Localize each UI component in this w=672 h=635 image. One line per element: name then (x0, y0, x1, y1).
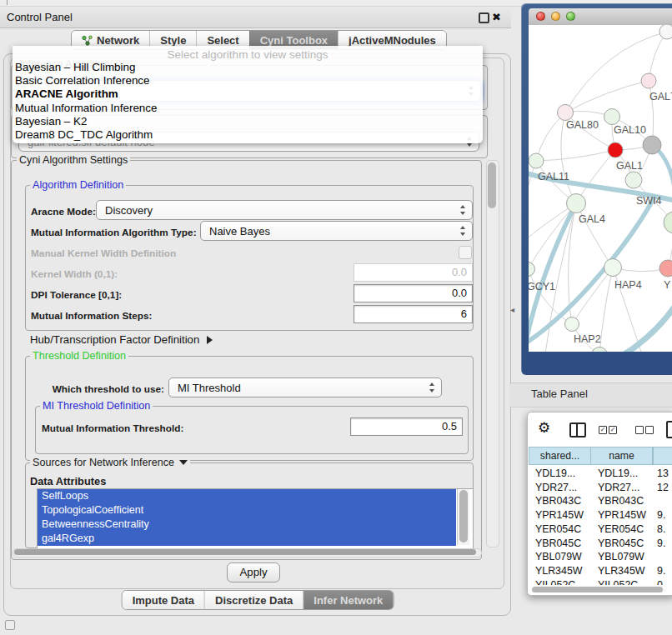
settings-horizontal-scrollbar[interactable] (13, 548, 482, 558)
network-node-hap2[interactable] (565, 318, 579, 332)
network-node-gal11[interactable] (529, 153, 544, 168)
network-node-y[interactable] (659, 260, 672, 277)
network-node-hap4[interactable] (604, 259, 622, 277)
tab-label: jActiveMNodules (349, 34, 436, 47)
network-node[interactable] (643, 136, 661, 154)
node-label: GAL10 (614, 124, 646, 136)
table-row[interactable]: YBR045CYBR045C9. (529, 537, 672, 551)
table-cell: 8. (657, 522, 665, 537)
table-row[interactable]: YBR043CYBR043C (529, 494, 672, 508)
sources-title[interactable]: Sources for Network Inference (30, 458, 190, 468)
top-divider-tick (7, 0, 8, 5)
close-traffic-light[interactable] (536, 12, 545, 21)
apply-button[interactable]: Apply (227, 562, 280, 582)
table-function-icon[interactable] (666, 421, 672, 438)
tab-label: Network (97, 34, 139, 47)
network-node-swi4[interactable] (625, 172, 642, 188)
attribute-item-topologicalcoefficient[interactable]: TopologicalCoefficient (38, 503, 456, 518)
network-node[interactable] (664, 212, 672, 233)
minimize-traffic-light[interactable] (551, 12, 560, 21)
attributes-scrollbar-thumb[interactable] (459, 490, 468, 542)
network-edge[interactable] (529, 161, 536, 217)
table-row[interactable]: YPR145WYPR145W9. (529, 508, 672, 522)
window-restore-icon[interactable] (5, 620, 15, 630)
table-cell: YER054C (598, 522, 644, 537)
column-header-partial[interactable] (653, 447, 672, 465)
data-attributes-list[interactable]: SelfLoopsTopologicalCoefficientBetweenne… (37, 488, 474, 549)
deselect-all-checkbox-icon[interactable] (635, 426, 644, 434)
node-label: HAP2 (574, 333, 601, 345)
table-horizontal-scrollbar[interactable] (531, 586, 667, 592)
aracne-mode-combo[interactable]: Discovery (96, 200, 473, 220)
network-edge-thick[interactable] (652, 145, 672, 222)
aracne-mode-value: Discovery (105, 201, 153, 220)
network-node-gal4[interactable] (567, 194, 586, 213)
dpi-tolerance-input[interactable]: 0.0 (354, 284, 473, 302)
which-threshold-combo[interactable]: MI Threshold (168, 378, 442, 398)
attribute-item-betweennesscentrality[interactable]: BetweennessCentrality (38, 518, 456, 532)
select-all-checkbox-icon[interactable]: ✓ (609, 426, 617, 434)
tab-impute-data[interactable]: Impute Data (123, 591, 204, 609)
settings-vertical-scrollbar[interactable] (486, 160, 499, 548)
attribute-item-gal4rgexp[interactable]: gal4RGexp (38, 532, 456, 546)
dropdown-item-bayesian-hill-climbing[interactable]: Bayesian – Hill Climbing (13, 61, 483, 74)
network-node-gal10[interactable] (604, 109, 620, 125)
network-edge[interactable] (565, 81, 649, 112)
network-edge[interactable] (599, 268, 613, 352)
deselect-all-checkbox-icon[interactable] (645, 426, 654, 434)
float-window-icon[interactable] (479, 12, 489, 23)
network-node-gal1[interactable] (608, 142, 623, 158)
table-row[interactable]: YLR345WYLR345W9. (529, 564, 672, 578)
network-node[interactable] (592, 348, 608, 352)
hub-definition-toggle[interactable]: Hub/Transcription Factor Definition (30, 333, 213, 346)
table-cell: YBR045C (598, 537, 644, 551)
table-cell: 9. (657, 537, 665, 551)
table-row[interactable]: YIL052CYIL052C0. (529, 578, 672, 585)
attribute-item-selfloops[interactable]: SelfLoops (38, 489, 456, 503)
network-edge-thick[interactable] (604, 297, 672, 352)
tab-discretize-data[interactable]: Discretize Data (204, 591, 303, 609)
dropdown-item-dream8-dc-tdc-algorithm[interactable]: Dream8 DC_TDC Algorithm (13, 128, 483, 142)
mi-steps-input[interactable]: 6 (354, 305, 473, 323)
zoom-traffic-light[interactable] (566, 12, 575, 21)
network-window-titlebar[interactable] (529, 8, 672, 26)
select-all-checkbox-icon[interactable]: ✓ (599, 426, 607, 434)
column-header-name[interactable]: name (590, 447, 653, 465)
close-icon[interactable]: ✖ (492, 7, 501, 28)
table-row[interactable]: YDR27...YDR27...12 (529, 481, 672, 495)
dropdown-item-mutual-information-inference[interactable]: Mutual Information Inference (13, 102, 483, 115)
table-cell: YDL19... (598, 467, 638, 481)
table-row[interactable]: YDL19...YDL19...13 (529, 467, 672, 481)
dropdown-item-basic-correlation-inference[interactable]: Basic Correlation Inference (13, 74, 483, 88)
network-edge[interactable] (529, 269, 572, 324)
network-node-gal7[interactable] (641, 73, 656, 88)
table-row[interactable]: YER054CYER054C8. (529, 522, 672, 537)
network-node-gal80[interactable] (558, 105, 574, 121)
dropdown-item-aracne-algorithm[interactable]: ARACNE Algorithm (13, 88, 483, 101)
table-horizontal-scrollbar-thumb[interactable] (532, 587, 663, 592)
network-canvas[interactable]: GAL7GAL80GAL10GAL1GAL11SWI4GAL4HAP4YGCY1… (529, 25, 672, 352)
table-row[interactable]: YBL079WYBL079W (529, 550, 672, 564)
kernel-width-input[interactable]: 0.0 (354, 263, 473, 282)
table-cell: YBR045C (535, 537, 581, 551)
dropdown-list: Bayesian – Hill ClimbingBasic Correlatio… (13, 61, 483, 142)
settings-horizontal-scrollbar-thumb[interactable] (14, 549, 476, 555)
node-label: GAL7 (649, 91, 672, 102)
dropdown-item-bayesian-k2[interactable]: Bayesian – K2 (13, 115, 483, 128)
table-cell: YBR043C (598, 494, 644, 508)
table-cell: 13 (657, 467, 669, 481)
attributes-scrollbar[interactable] (457, 489, 469, 545)
tab-infer-network[interactable]: Infer Network (303, 591, 393, 609)
network-node-gcy1[interactable] (529, 262, 535, 277)
mi-threshold-input[interactable]: 0.5 (350, 418, 463, 436)
columns-icon[interactable] (569, 422, 586, 438)
gear-icon[interactable]: ⚙ (538, 420, 550, 436)
splitter-collapse-icon[interactable]: ◂ (510, 305, 514, 314)
network-node[interactable] (659, 25, 672, 39)
manual-kernel-checkbox[interactable] (459, 246, 472, 259)
mi-steps-label: Mutual Information Steps: (31, 310, 153, 322)
column-header-shared[interactable]: shared... (529, 447, 591, 465)
settings-vertical-scrollbar-thumb[interactable] (488, 162, 496, 208)
mi-type-combo[interactable]: Naive Bayes (200, 221, 473, 241)
network-edge[interactable] (536, 150, 615, 161)
